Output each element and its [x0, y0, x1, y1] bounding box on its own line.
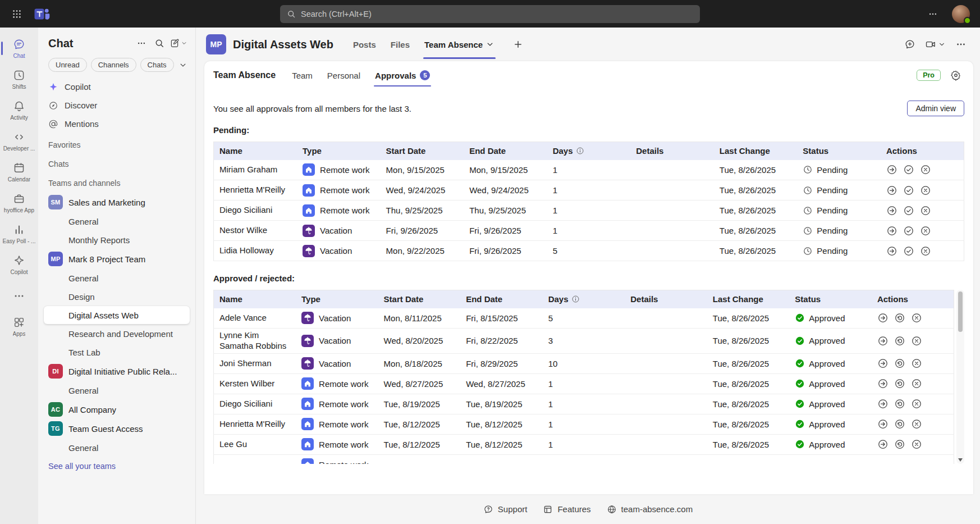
- team-team-guest-access[interactable]: TGTeam Guest Access: [44, 419, 190, 438]
- rail-item-apps[interactable]: Apps: [1, 311, 38, 342]
- footer-features[interactable]: Features: [543, 504, 590, 514]
- channel-design[interactable]: Design: [44, 288, 190, 306]
- rail-item-hyoffice-app[interactable]: hyoffice App: [1, 188, 38, 218]
- revert-button[interactable]: [894, 358, 905, 369]
- sidebar-item-mentions[interactable]: Mentions: [44, 115, 190, 133]
- section-favorites[interactable]: Favorites: [44, 135, 190, 154]
- open-request-button[interactable]: [886, 164, 897, 175]
- sidebar-search-button[interactable]: [152, 35, 167, 51]
- channel-monthly-reports[interactable]: Monthly Reports: [44, 231, 190, 249]
- rail-item-chat[interactable]: Chat: [1, 33, 38, 64]
- channel-more-button[interactable]: [952, 35, 970, 53]
- approve-button[interactable]: [903, 185, 914, 196]
- sidebar-item-copilot[interactable]: Copilot: [44, 78, 190, 96]
- channel-tab-posts[interactable]: Posts: [346, 28, 383, 61]
- rail-item-developer[interactable]: Developer ...: [1, 126, 38, 157]
- approve-button[interactable]: [903, 225, 914, 236]
- settings-button[interactable]: [947, 67, 964, 84]
- see-all-teams-link[interactable]: See all your teams: [44, 457, 190, 475]
- channel-digital-assets-web[interactable]: Digital Assets Web: [44, 306, 190, 324]
- open-request-button[interactable]: [886, 245, 897, 257]
- table-scrollbar[interactable]: [956, 290, 964, 464]
- approve-button[interactable]: [903, 164, 914, 175]
- section-chats[interactable]: Chats: [44, 154, 190, 174]
- info-icon[interactable]: [571, 295, 580, 303]
- scrollbar-down-arrow[interactable]: [958, 458, 963, 462]
- compose-button[interactable]: [170, 35, 187, 51]
- open-request-button[interactable]: [877, 378, 889, 389]
- channel-test-lab[interactable]: Test Lab: [44, 343, 190, 361]
- admin-view-button[interactable]: Admin view: [907, 101, 964, 116]
- open-request-button[interactable]: [877, 439, 889, 450]
- reject-button[interactable]: [911, 439, 922, 450]
- remote-work-type-icon: [303, 184, 315, 197]
- revert-button[interactable]: [894, 418, 905, 430]
- rail-item-activity[interactable]: Activity: [1, 95, 38, 126]
- channel-general[interactable]: General: [44, 212, 190, 230]
- reject-button[interactable]: [920, 225, 931, 236]
- scrollbar-thumb[interactable]: [958, 291, 963, 332]
- reject-button[interactable]: [911, 378, 922, 389]
- open-request-button[interactable]: [877, 398, 889, 409]
- meet-button[interactable]: [922, 35, 949, 53]
- reject-button[interactable]: [920, 205, 931, 216]
- open-request-button[interactable]: [886, 205, 897, 216]
- revert-button[interactable]: [894, 312, 905, 323]
- channel-tab-files[interactable]: Files: [383, 28, 417, 61]
- app-tab-approvals[interactable]: Approvals5: [368, 61, 437, 89]
- open-request-button[interactable]: [886, 185, 897, 196]
- open-request-button[interactable]: [877, 358, 889, 369]
- revert-button[interactable]: [894, 398, 905, 409]
- open-request-button[interactable]: [877, 312, 889, 323]
- footer-domain[interactable]: team-absence.com: [607, 504, 693, 514]
- approve-button[interactable]: [903, 205, 914, 216]
- approve-button[interactable]: [903, 245, 914, 257]
- rail-item-shifts[interactable]: Shifts: [1, 64, 38, 95]
- revert-button[interactable]: [894, 378, 905, 389]
- reject-button[interactable]: [920, 185, 931, 196]
- rail-item-easy-poll[interactable]: Easy Poll - ...: [1, 218, 38, 249]
- revert-button[interactable]: [894, 439, 905, 450]
- add-tab-button[interactable]: [509, 39, 528, 49]
- open-request-button[interactable]: [877, 418, 889, 430]
- info-icon[interactable]: [576, 147, 584, 155]
- section-teams-and-channels[interactable]: Teams and channels: [44, 174, 190, 193]
- channel-tab-team-absence[interactable]: Team Absence: [417, 28, 502, 61]
- filter-pill-unread[interactable]: Unread: [48, 58, 87, 72]
- team-all-company[interactable]: ACAll Company: [44, 400, 190, 419]
- reject-button[interactable]: [920, 245, 931, 257]
- channel-general[interactable]: General: [44, 381, 190, 399]
- app-launcher-button[interactable]: [8, 5, 26, 23]
- team-digital-initiative-public-rela[interactable]: DIDigital Initiative Public Rela...: [44, 362, 190, 381]
- channel-general[interactable]: General: [44, 439, 190, 457]
- team-mark-8-project-team[interactable]: MPMark 8 Project Team: [44, 249, 190, 268]
- open-request-button[interactable]: [886, 225, 897, 236]
- search-input[interactable]: [301, 10, 693, 19]
- rail-item-copilot[interactable]: Copilot: [1, 249, 38, 280]
- sidebar-item-discover[interactable]: Discover: [44, 96, 190, 115]
- reject-button[interactable]: [911, 335, 922, 347]
- revert-button[interactable]: [894, 335, 905, 347]
- app-tab-personal[interactable]: Personal: [320, 61, 368, 89]
- topbar-more-button[interactable]: [924, 5, 942, 23]
- app-tab-team[interactable]: Team: [285, 61, 320, 89]
- filter-pill-channels[interactable]: Channels: [91, 58, 136, 72]
- user-avatar[interactable]: [952, 5, 970, 23]
- new-conversation-button[interactable]: [901, 35, 919, 53]
- rail-item-more-apps[interactable]: [1, 280, 38, 311]
- open-request-button[interactable]: [877, 335, 889, 347]
- sidebar-more-button[interactable]: [134, 35, 149, 51]
- reject-button[interactable]: [920, 164, 931, 175]
- team-sales-and-marketing[interactable]: SMSales and Marketing: [44, 193, 190, 212]
- search-bar[interactable]: [280, 5, 700, 23]
- rail-item-calendar[interactable]: Calendar: [1, 157, 38, 188]
- channel-research-and-development[interactable]: Research and Development: [44, 325, 190, 343]
- chevron-down-icon[interactable]: [178, 61, 187, 70]
- reject-button[interactable]: [911, 418, 922, 430]
- footer-support[interactable]: Support: [483, 504, 528, 514]
- reject-button[interactable]: [911, 358, 922, 369]
- channel-general[interactable]: General: [44, 269, 190, 287]
- reject-button[interactable]: [911, 312, 922, 323]
- filter-pill-chats[interactable]: Chats: [140, 58, 174, 72]
- reject-button[interactable]: [911, 398, 922, 409]
